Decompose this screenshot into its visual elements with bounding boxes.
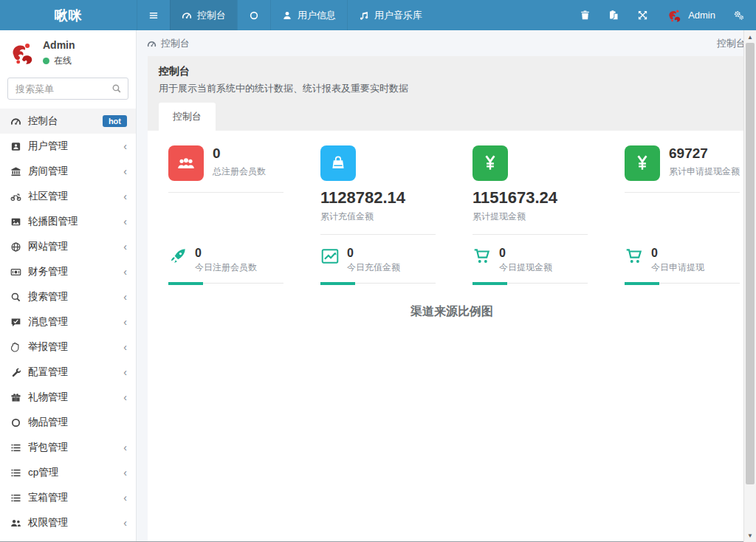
online-dot-icon	[43, 58, 49, 64]
stat-label: 累计充值金额	[320, 210, 436, 223]
yen-icon	[481, 154, 500, 173]
sidebar-toggle-button[interactable]	[137, 0, 170, 30]
message-icon	[10, 317, 21, 328]
sidebar-item-finance-mgmt[interactable]: 财务管理 ‹	[0, 259, 136, 284]
sidebar-item-item-mgmt[interactable]: 物品管理	[0, 410, 136, 435]
user-menu[interactable]: Admin	[666, 7, 715, 24]
wrench-icon	[10, 367, 21, 378]
sidebar-search	[7, 78, 128, 100]
shopping-bag-icon	[329, 154, 348, 173]
sidebar-item-backpack-mgmt[interactable]: 背包管理 ‹	[0, 435, 136, 460]
chevron-left-icon: ‹	[123, 165, 127, 177]
stat-label: 总注册会员数	[213, 165, 266, 178]
sidebar-item-plugin-mgmt[interactable]: 插件管理 new	[0, 535, 136, 542]
stat-total-members: 0 总注册会员数	[148, 145, 300, 235]
sidebar-item-chest-mgmt[interactable]: 宝箱管理 ‹	[0, 485, 136, 510]
stat-total-recharge: 1128782.14 累计充值金额	[300, 145, 452, 235]
avatar	[666, 7, 682, 24]
stat-row-today: 0 今日注册会员数 0 今日充值金额	[148, 247, 756, 284]
sidebar-menu: 控制台 hot 用户管理 ‹ 房间管理 ‹ 社区管理 ‹ 轮播图管理 ‹	[0, 109, 136, 542]
id-card-icon	[10, 141, 21, 152]
navbar-tab-dashboard[interactable]: 控制台	[170, 0, 237, 30]
progress-underline	[625, 283, 740, 284]
progress-underline	[168, 283, 284, 284]
stat-label: 今日注册会员数	[195, 261, 257, 274]
stat-today-members: 0 今日注册会员数	[148, 247, 300, 284]
sidebar-item-gift-mgmt[interactable]: 礼物管理 ‹	[0, 385, 136, 410]
progress-underline	[320, 283, 436, 284]
stat-label: 今日提现金额	[499, 261, 552, 274]
stat-today-recharge: 0 今日充值金额	[300, 247, 452, 284]
scrollbar-thumb[interactable]	[746, 43, 755, 484]
navbar-tab-user-music[interactable]: 用户音乐库	[347, 0, 433, 30]
sidebar-item-message-mgmt[interactable]: 消息管理 ‹	[0, 309, 136, 335]
stat-value: 69727	[669, 145, 740, 162]
gauge-icon	[10, 116, 21, 127]
circle-o-icon	[249, 10, 259, 21]
scroll-down-arrow-icon[interactable]: ▼	[744, 529, 756, 541]
shopping-bag-icon-box	[320, 145, 356, 181]
fullscreen-icon[interactable]	[637, 10, 648, 21]
stat-value: 0	[195, 247, 257, 260]
menu-search-input[interactable]	[7, 78, 128, 100]
users-group-icon-box	[168, 145, 204, 181]
navbar-tab-circle[interactable]	[237, 0, 270, 30]
hot-badge: hot	[103, 115, 127, 127]
paste-icon[interactable]	[608, 10, 619, 21]
sidebar-item-community-mgmt[interactable]: 社区管理 ‹	[0, 184, 136, 209]
sidebar-user-name: Admin	[43, 39, 75, 51]
navbar-tab-user-info[interactable]: 用户信息	[270, 0, 347, 30]
sidebar-item-carousel-mgmt[interactable]: 轮播图管理 ‹	[0, 209, 136, 234]
chevron-left-icon: ‹	[123, 316, 127, 328]
chevron-left-icon: ‹	[123, 492, 127, 504]
page-title: 控制台	[159, 65, 745, 78]
breadcrumb: 控制台 控制台	[137, 30, 756, 56]
chevron-left-icon: ‹	[123, 366, 127, 378]
scroll-up-arrow-icon[interactable]: ▲	[744, 31, 756, 43]
users-icon	[10, 518, 21, 529]
dashboard-panel: 控制台 用于展示当前系统中的统计数据、统计报表及重要实时数据 控制台 0	[148, 56, 756, 542]
stat-today-withdraw: 0 今日提现金额	[452, 247, 604, 284]
brand-title[interactable]: 啾咪	[0, 0, 137, 30]
navbar-tabs: 控制台 用户信息 用户音乐库	[137, 0, 433, 30]
search-icon	[10, 292, 21, 303]
users-group-icon	[176, 154, 196, 173]
trash-icon[interactable]	[580, 10, 591, 21]
gauge-icon	[147, 39, 157, 49]
sidebar-item-permission-mgmt[interactable]: 权限管理 ‹	[0, 510, 136, 535]
navbar-tab-label: 控制台	[197, 9, 226, 22]
main-content: 控制台 控制台 控制台 用于展示当前系统中的统计数据、统计报表及重要实时数据 控…	[137, 30, 756, 542]
sidebar-item-search-mgmt[interactable]: 搜索管理 ‹	[0, 284, 136, 309]
image-icon	[10, 216, 21, 227]
navbar-tab-label: 用户音乐库	[374, 9, 422, 22]
yen-icon-box	[472, 145, 508, 181]
gauge-icon	[182, 10, 192, 21]
chevron-left-icon: ‹	[123, 291, 127, 303]
sidebar-item-report-mgmt[interactable]: 举报管理 ‹	[0, 335, 136, 360]
sidebar-item-cp-mgmt[interactable]: cp管理 ‹	[0, 460, 136, 485]
chevron-left-icon: ‹	[123, 241, 127, 253]
vertical-scrollbar[interactable]: ▲ ▼	[743, 30, 756, 542]
chevron-left-icon: ‹	[123, 517, 127, 529]
sidebar-item-room-mgmt[interactable]: 房间管理 ‹	[0, 159, 136, 184]
chevron-left-icon: ‹	[123, 140, 127, 152]
hand-report-icon	[10, 342, 21, 353]
sidebar-item-user-mgmt[interactable]: 用户管理 ‹	[0, 134, 136, 159]
sidebar-item-dashboard[interactable]: 控制台 hot	[0, 109, 136, 134]
navbar-tab-label: 用户信息	[298, 9, 336, 22]
stat-value: 0	[213, 145, 266, 162]
search-icon[interactable]	[111, 83, 122, 94]
chevron-left-icon: ‹	[123, 266, 127, 278]
top-navbar: 啾咪 控制台 用户信息 用户音乐库 Admin	[0, 0, 756, 30]
yen-icon-box	[625, 145, 660, 181]
yen-icon	[633, 154, 652, 173]
cogs-icon[interactable]	[733, 10, 744, 21]
tab-dashboard[interactable]: 控制台	[159, 103, 216, 131]
chevron-left-icon: ‹	[123, 442, 127, 453]
stat-value: 0	[499, 247, 552, 260]
breadcrumb-current: 控制台	[161, 37, 190, 50]
sidebar-item-config-mgmt[interactable]: 配置管理 ‹	[0, 360, 136, 385]
panel-tabs: 控制台	[159, 103, 745, 131]
sidebar-item-website-mgmt[interactable]: 网站管理 ‹	[0, 234, 136, 259]
chart-title: 渠道来源比例图	[148, 304, 756, 320]
